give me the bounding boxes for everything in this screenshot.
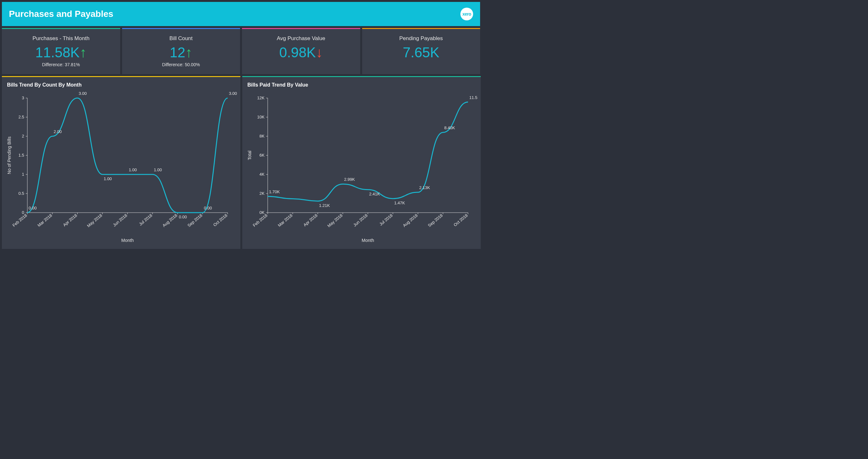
chart-svg: 00.511.522.53Feb 2018Mar 2018Apr 2018May… xyxy=(5,92,237,245)
svg-text:3.00: 3.00 xyxy=(79,92,87,96)
svg-text:Feb 2018: Feb 2018 xyxy=(11,213,28,228)
kpi-value: 0.98K↓ xyxy=(245,45,357,60)
svg-text:2.5: 2.5 xyxy=(19,115,24,119)
svg-text:2K: 2K xyxy=(259,191,265,196)
xero-logo: xero xyxy=(460,8,473,20)
kpi-label: Purchases - This Month xyxy=(5,35,117,42)
svg-text:No of Pending Bills: No of Pending Bills xyxy=(7,137,12,174)
svg-text:Jun 2018: Jun 2018 xyxy=(352,213,369,228)
svg-text:1.5: 1.5 xyxy=(19,153,24,157)
svg-text:2: 2 xyxy=(22,134,24,139)
svg-text:12K: 12K xyxy=(257,95,265,100)
kpi-purchases-month: Purchases - This Month 11.58K↑ Differenc… xyxy=(2,28,120,74)
kpi-label: Avg Purchase Value xyxy=(245,35,357,42)
arrow-up-icon: ↑ xyxy=(80,45,87,60)
svg-text:3.00: 3.00 xyxy=(229,92,237,96)
kpi-avg-purchase: Avg Purchase Value 0.98K↓ xyxy=(242,28,360,74)
kpi-value: 12↑ xyxy=(125,45,237,60)
svg-text:Month: Month xyxy=(121,238,134,243)
svg-text:2.99K: 2.99K xyxy=(344,177,355,182)
svg-text:Month: Month xyxy=(362,238,374,243)
svg-text:Total: Total xyxy=(247,151,252,161)
svg-text:2.41K: 2.41K xyxy=(369,192,380,196)
chart-title: Bills Paid Trend By Value xyxy=(245,82,477,88)
svg-text:Aug 2018: Aug 2018 xyxy=(161,213,178,228)
svg-text:Oct 2018: Oct 2018 xyxy=(453,213,469,227)
arrow-down-icon: ↓ xyxy=(316,45,323,60)
svg-text:6K: 6K xyxy=(259,153,265,157)
svg-text:1.00: 1.00 xyxy=(129,167,137,172)
kpi-pending-payables: Pending Payables 7.65K xyxy=(362,28,480,74)
chart-bills-count: Bills Trend By Count By Month 00.511.522… xyxy=(2,76,240,249)
svg-text:4K: 4K xyxy=(259,172,265,177)
chart-svg: 0K2K4K6K8K10K12KFeb 2018Mar 2018Apr 2018… xyxy=(245,92,477,245)
svg-text:2.13K: 2.13K xyxy=(420,185,430,190)
kpi-label: Pending Payables xyxy=(365,35,477,42)
svg-text:8K: 8K xyxy=(259,134,265,139)
svg-text:1.21K: 1.21K xyxy=(319,203,330,208)
svg-text:11.58K: 11.58K xyxy=(469,95,477,100)
arrow-up-icon: ↑ xyxy=(185,45,192,60)
svg-text:Jul 2018: Jul 2018 xyxy=(138,213,153,227)
svg-text:0.5: 0.5 xyxy=(19,191,24,196)
svg-text:Apr 2018: Apr 2018 xyxy=(302,213,318,227)
svg-text:Jun 2018: Jun 2018 xyxy=(112,213,128,228)
chart-title: Bills Trend By Count By Month xyxy=(5,82,237,88)
svg-text:Sep 2018: Sep 2018 xyxy=(187,213,203,228)
kpi-value: 11.58K↑ xyxy=(5,45,117,60)
svg-text:10K: 10K xyxy=(257,115,265,119)
svg-text:May 2018: May 2018 xyxy=(327,213,343,228)
svg-text:Aug 2018: Aug 2018 xyxy=(402,213,418,228)
svg-text:Oct 2018: Oct 2018 xyxy=(212,213,228,227)
svg-text:Apr 2018: Apr 2018 xyxy=(62,213,78,227)
svg-text:3: 3 xyxy=(22,95,24,100)
dashboard: Purchases and Payables xero Purchases - … xyxy=(0,0,482,251)
svg-text:0.00: 0.00 xyxy=(179,214,187,219)
svg-text:1.00: 1.00 xyxy=(154,167,162,172)
page-title: Purchases and Payables xyxy=(9,9,113,19)
svg-text:Mar 2018: Mar 2018 xyxy=(277,213,293,228)
svg-text:8.40K: 8.40K xyxy=(444,125,455,130)
title-bar: Purchases and Payables xero xyxy=(2,2,480,26)
svg-text:Sep 2018: Sep 2018 xyxy=(427,213,443,228)
kpi-bill-count: Bill Count 12↑ Difference: 50.00% xyxy=(122,28,240,74)
svg-text:Mar 2018: Mar 2018 xyxy=(37,213,53,228)
chart-row: Bills Trend By Count By Month 00.511.522… xyxy=(2,76,480,249)
chart-bills-value: Bills Paid Trend By Value 0K2K4K6K8K10K1… xyxy=(242,76,481,249)
svg-text:0.00: 0.00 xyxy=(29,206,37,210)
svg-text:Jul 2018: Jul 2018 xyxy=(378,213,393,227)
svg-text:1.70K: 1.70K xyxy=(269,190,280,194)
svg-text:1.47K: 1.47K xyxy=(394,201,405,205)
svg-text:Feb 2018: Feb 2018 xyxy=(252,213,268,228)
svg-text:2.00: 2.00 xyxy=(54,129,62,134)
svg-text:1: 1 xyxy=(22,172,24,177)
kpi-diff: Difference: 50.00% xyxy=(125,62,237,67)
kpi-row: Purchases - This Month 11.58K↑ Differenc… xyxy=(2,28,480,74)
svg-text:May 2018: May 2018 xyxy=(86,213,103,228)
svg-text:1.00: 1.00 xyxy=(104,176,112,181)
kpi-diff: Difference: 37.81% xyxy=(5,62,117,67)
svg-text:0.00: 0.00 xyxy=(204,206,212,210)
kpi-label: Bill Count xyxy=(125,35,237,42)
kpi-value: 7.65K xyxy=(365,45,477,60)
